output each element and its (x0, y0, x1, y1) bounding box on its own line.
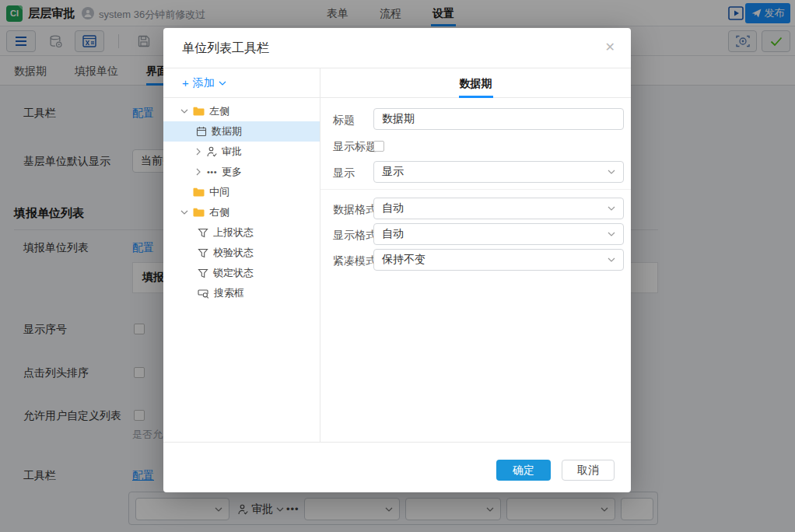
caret-down-icon[interactable] (180, 210, 188, 215)
plus-icon: + (182, 78, 189, 89)
display-label: 显示 (333, 166, 355, 180)
calendar-icon (196, 126, 207, 137)
tree-item-label: 锁定状态 (213, 266, 254, 280)
tree-item-search-box[interactable]: 搜索框 (163, 283, 320, 303)
show-title-checkbox[interactable] (373, 141, 384, 152)
tree-item-right-group[interactable]: 右侧 (163, 202, 320, 222)
panel-tab-data-period[interactable]: 数据期 (460, 68, 492, 98)
caret-right-icon[interactable] (196, 168, 201, 176)
panel-tab-row: 数据期 (320, 68, 631, 98)
add-label: 添加 (193, 76, 215, 90)
modal-title: 单位列表工具栏 (182, 40, 269, 57)
unit-list-toolbar-modal: 单位列表工具栏 ✕ + 添加 左侧 数据期 (163, 28, 631, 492)
tree-item-report-status[interactable]: 上报状态 (163, 222, 320, 243)
panel-divider (320, 189, 631, 190)
modal-header: 单位列表工具栏 ✕ (163, 28, 631, 68)
tree-item-label: 右侧 (209, 205, 229, 219)
data-format-select[interactable]: 自动 (373, 198, 624, 219)
tree-item-left-group[interactable]: 左侧 (163, 101, 320, 121)
tree-item-middle-group[interactable]: 中间 (163, 182, 320, 202)
compact-mode-label: 紧凑模式 (333, 254, 376, 268)
tree-item-label: 审批 (222, 145, 242, 159)
display-format-select[interactable]: 自动 (373, 223, 624, 245)
compact-mode-value: 保持不变 (382, 253, 426, 267)
app-screen: CI 层层审批 system 36分钟前修改过 表单 流程 设置 发布 (0, 0, 795, 532)
tree-item-label: 上报状态 (213, 226, 254, 240)
modal-footer: 确定 取消 (163, 442, 631, 492)
chevron-down-icon (608, 232, 615, 236)
tree-item-label: 左侧 (209, 104, 229, 118)
folder-icon (193, 208, 205, 217)
chevron-down-icon (219, 81, 226, 86)
chevron-down-icon (608, 170, 615, 174)
cancel-button[interactable]: 取消 (562, 460, 615, 481)
folder-icon (193, 107, 205, 116)
data-format-value: 自动 (382, 201, 404, 215)
panel-body: 标题 显示标题 显示 显示 数据格式 自动 (320, 99, 631, 442)
search-box-icon (198, 288, 209, 299)
toolbar-items-tree: 左侧 数据期 审批 ••• 更多 中间 (163, 101, 320, 303)
filter-icon (198, 248, 208, 258)
filter-icon (198, 228, 208, 238)
chevron-down-icon (608, 206, 615, 211)
tree-item-data-period[interactable]: 数据期 (163, 121, 320, 142)
tree-item-validate-status[interactable]: 校验状态 (163, 243, 320, 263)
compact-mode-select[interactable]: 保持不变 (373, 249, 624, 271)
modal-left-panel: + 添加 左侧 数据期 审批 (163, 68, 320, 442)
filter-icon (198, 268, 208, 278)
display-format-label: 显示格式 (333, 229, 376, 243)
tree-item-lock-status[interactable]: 锁定状态 (163, 263, 320, 283)
display-format-value: 自动 (382, 227, 404, 241)
folder-icon (193, 187, 205, 197)
display-select[interactable]: 显示 (373, 161, 624, 183)
chevron-down-icon (608, 257, 615, 262)
add-button[interactable]: + 添加 (163, 68, 320, 98)
title-label: 标题 (333, 114, 355, 128)
tree-item-label: 中间 (209, 185, 229, 199)
tree-item-label: 搜索框 (214, 286, 244, 300)
caret-down-icon[interactable] (180, 109, 188, 114)
data-format-label: 数据格式 (333, 203, 376, 217)
person-check-icon (207, 146, 217, 157)
ok-button[interactable]: 确定 (496, 460, 551, 481)
dots-icon: ••• (207, 167, 217, 177)
tree-item-label: 校验状态 (213, 246, 254, 260)
caret-right-icon[interactable] (196, 148, 201, 156)
tree-item-label: 数据期 (212, 124, 242, 138)
modal-right-panel: 数据期 标题 显示标题 显示 显示 数据格式 (320, 68, 631, 442)
tree-item-more[interactable]: ••• 更多 (163, 162, 320, 182)
tree-item-approve[interactable]: 审批 (163, 142, 320, 162)
display-value: 显示 (382, 165, 404, 179)
show-title-label: 显示标题 (333, 140, 376, 154)
tree-item-label: 更多 (222, 165, 242, 179)
close-icon[interactable]: ✕ (605, 40, 615, 55)
title-input[interactable] (373, 108, 624, 130)
